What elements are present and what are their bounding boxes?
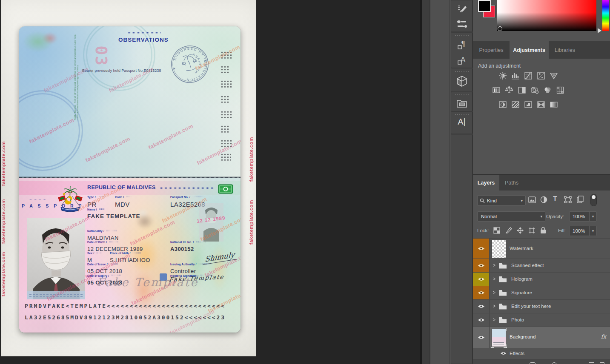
layer-effects-row[interactable]: Effects <box>473 348 610 360</box>
layer-row-hologram[interactable]: > Hologram <box>473 273 610 286</box>
blend-opacity-row: Normal ▾ Opacity: 100% ▾ <box>473 209 610 224</box>
group-expand-arrow[interactable]: > <box>493 303 495 309</box>
filter-pixel-layers-icon[interactable] <box>528 196 536 203</box>
saturation-brightness-field[interactable] <box>497 0 596 31</box>
effects-visibility-icon[interactable] <box>500 351 507 355</box>
layer-fx-badge[interactable]: fx <box>601 333 606 340</box>
invert-icon[interactable] <box>498 100 507 109</box>
group-expand-arrow[interactable]: > <box>493 289 495 295</box>
layer-row-signature[interactable]: > Signature <box>473 286 610 300</box>
lock-transparent-icon[interactable] <box>493 227 500 234</box>
vibrance-icon[interactable] <box>550 71 558 80</box>
tab-layers[interactable]: Layers <box>473 175 499 191</box>
field-value: MDV <box>115 201 132 208</box>
layer-visibility-toggle[interactable] <box>473 259 490 272</box>
threshold-icon[interactable] <box>524 100 533 109</box>
black-white-icon[interactable] <box>518 86 526 94</box>
mrz-line-1: PRMDVFAKE<TEMPLATE<<<<<<<<<<<<<<<<<<<<<<… <box>25 303 226 309</box>
margin-watermark: faketemplate.com <box>1 252 6 296</box>
color-picker-ring[interactable] <box>498 26 502 31</box>
filter-shape-layers-icon[interactable] <box>564 196 572 203</box>
layer-style-icon[interactable] <box>552 362 557 364</box>
ghost-photo <box>199 203 223 242</box>
brushes-icon[interactable] <box>456 19 467 28</box>
layer-name[interactable]: Scanned effect <box>511 263 544 268</box>
layer-visibility-toggle[interactable] <box>473 239 490 259</box>
lock-position-icon[interactable] <box>517 227 524 234</box>
filter-toggle-switch[interactable] <box>590 194 597 206</box>
3d-panel-icon[interactable] <box>456 75 467 87</box>
delete-layer-icon[interactable] <box>600 362 604 364</box>
header-band <box>19 181 241 195</box>
filter-type-layers-icon[interactable]: T <box>553 195 557 203</box>
filter-smart-objects-icon[interactable] <box>577 196 584 203</box>
fill-dropdown-button[interactable]: ▾ <box>589 226 597 236</box>
layer-thumbnail[interactable] <box>492 240 506 258</box>
passport-document[interactable]: Toddy Tapping - Skill of climbing and ex… <box>19 26 241 333</box>
tab-libraries[interactable]: Libraries <box>549 41 581 59</box>
tab-properties[interactable]: Properties <box>473 41 510 59</box>
gradient-map-icon[interactable] <box>550 100 558 109</box>
libraries-panel-icon[interactable] <box>456 98 467 108</box>
brush-settings-icon[interactable] <box>457 4 467 14</box>
watermark: faketemplate.com <box>44 214 91 242</box>
link-layers-icon[interactable] <box>530 362 536 364</box>
thaana-script <box>160 187 215 190</box>
lock-artboard-icon[interactable] <box>528 227 536 234</box>
group-expand-arrow[interactable]: > <box>493 316 495 322</box>
color-lookup-icon[interactable] <box>556 86 564 94</box>
paragraph-styles-icon[interactable]: ¶ <box>457 40 467 51</box>
perforation-dots <box>221 51 232 60</box>
tab-paths[interactable]: Paths <box>499 175 524 191</box>
layer-name[interactable]: Signature <box>511 290 532 295</box>
character-styles-icon[interactable]: A <box>457 55 467 66</box>
layer-row-background[interactable]: Background fx <box>473 327 610 348</box>
layer-name[interactable]: Photo <box>511 317 524 322</box>
lock-paint-icon[interactable] <box>505 227 512 234</box>
layer-visibility-toggle[interactable] <box>473 313 490 327</box>
passport-observations-page: Toddy Tapping - Skill of climbing and ex… <box>19 26 241 178</box>
layer-visibility-toggle[interactable] <box>473 300 490 313</box>
layer-row-watermark[interactable]: Watermark <box>473 239 610 259</box>
layer-row-scanned-effect[interactable]: > Scanned effect <box>473 259 610 273</box>
watermark: faketemplate.com <box>147 122 194 151</box>
layer-name[interactable]: Hologram <box>511 276 533 282</box>
layer-name[interactable]: Background <box>510 334 536 339</box>
hue-saturation-icon[interactable] <box>492 86 501 94</box>
layer-visibility-toggle[interactable] <box>473 327 490 348</box>
character-panel-icon[interactable]: A| <box>458 117 466 127</box>
blend-mode-select[interactable]: Normal ▾ <box>477 211 545 222</box>
photo-filter-icon[interactable] <box>530 86 539 94</box>
tab-adjustments[interactable]: Adjustments <box>510 41 549 59</box>
new-layer-icon[interactable] <box>589 362 594 364</box>
filter-kind-select[interactable]: Kind ▾ <box>477 195 526 206</box>
layer-thumbnail[interactable] <box>492 329 506 347</box>
layer-row-edit-text[interactable]: > Edit your text here <box>473 300 610 313</box>
field-value: S.HITHADHOO <box>110 257 150 263</box>
brightness-contrast-icon[interactable] <box>498 71 507 80</box>
filter-adjustment-layers-icon[interactable] <box>540 196 547 203</box>
layer-visibility-toggle[interactable] <box>473 286 490 299</box>
layer-name[interactable]: Edit your text here <box>511 304 551 309</box>
dock-group-libraries <box>451 92 473 111</box>
effects-label[interactable]: Effects <box>510 351 524 356</box>
layer-row-photo[interactable]: > Photo <box>473 313 610 327</box>
exposure-icon[interactable] <box>537 71 545 80</box>
foreground-color-swatch[interactable] <box>478 0 491 12</box>
curves-icon[interactable] <box>524 71 533 80</box>
group-expand-arrow[interactable]: > <box>493 276 495 282</box>
color-balance-icon[interactable] <box>505 86 513 94</box>
posterize-icon[interactable] <box>511 100 520 109</box>
layer-name[interactable]: Watermark <box>510 246 533 251</box>
layer-visibility-toggle[interactable] <box>473 273 490 286</box>
lock-all-icon[interactable] <box>540 227 546 234</box>
canvas-pasteboard[interactable]: faketemplate.com faketemplate.com fakete… <box>0 0 420 364</box>
channel-mixer-icon[interactable] <box>543 86 552 94</box>
hue-slider[interactable] <box>602 0 609 31</box>
levels-icon[interactable] <box>511 71 520 80</box>
group-expand-arrow[interactable]: > <box>493 262 495 268</box>
hue-slider-arrow[interactable] <box>598 28 601 33</box>
opacity-dropdown-button[interactable]: ▾ <box>589 211 597 222</box>
selective-color-icon[interactable] <box>537 100 545 109</box>
layers-tabbar: Layers Paths <box>473 174 610 191</box>
